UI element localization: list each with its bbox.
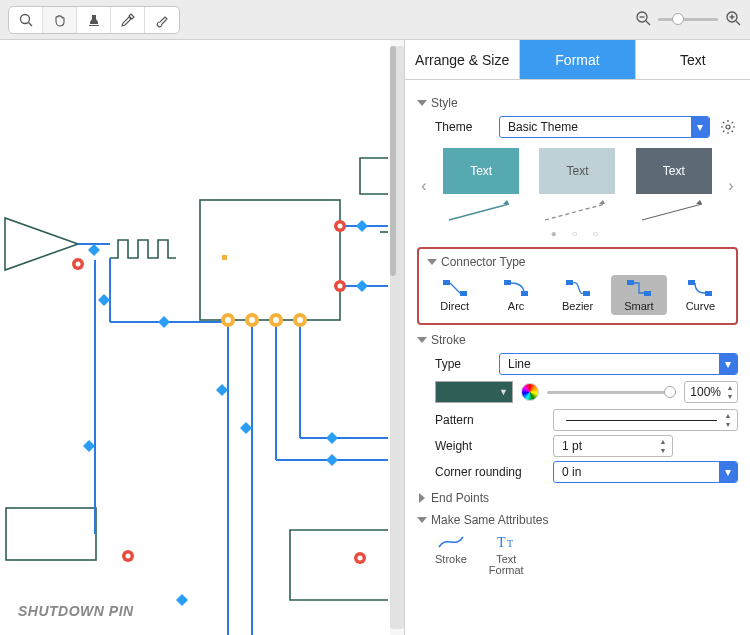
section-connector-title: Connector Type [441, 255, 526, 269]
svg-point-42 [297, 317, 303, 323]
same-attr-stroke[interactable]: Stroke [435, 533, 467, 576]
svg-rect-47 [443, 280, 450, 285]
zoom-slider-thumb[interactable] [672, 13, 684, 25]
pattern-label: Pattern [435, 413, 545, 427]
stepper-up-icon[interactable]: ▲ [656, 437, 670, 446]
disclosure-triangle-icon [427, 259, 437, 265]
stroke-type-select[interactable]: Line ▾ [499, 353, 738, 375]
tab-format[interactable]: Format [520, 40, 635, 79]
inspector-panel: Arrange & Size Format Text Style Theme B… [404, 40, 750, 635]
theme-label: Theme [435, 120, 491, 134]
same-attr-stroke-label: Stroke [435, 553, 467, 565]
stepper-up-icon[interactable]: ▲ [721, 411, 735, 420]
theme-value: Basic Theme [508, 120, 578, 134]
gallery-page-dots[interactable]: ● ○ ○ [417, 228, 738, 239]
stepper-up-icon[interactable]: ▲ [724, 383, 736, 392]
gear-icon [720, 119, 736, 135]
tab-arrange-size[interactable]: Arrange & Size [405, 40, 520, 79]
svg-point-40 [273, 317, 279, 323]
stepper-down-icon[interactable]: ▼ [656, 446, 670, 455]
stepper-down-icon[interactable]: ▼ [724, 392, 736, 401]
svg-line-45 [545, 204, 605, 220]
canvas-area[interactable]: SHUTDOWN PIN [0, 40, 390, 635]
magnifier-icon [18, 12, 34, 28]
disclosure-triangle-icon [417, 337, 427, 343]
scrollbar-thumb[interactable] [390, 46, 396, 276]
section-stroke-header[interactable]: Stroke [417, 333, 738, 347]
connector-curve-icon [686, 278, 714, 298]
theme-settings-button[interactable] [718, 117, 738, 137]
opacity-value: 100% [690, 385, 721, 399]
tool-group-canvas [8, 6, 180, 34]
tool-zoom[interactable] [9, 7, 43, 33]
chevron-down-icon: ▼ [499, 387, 508, 397]
svg-point-26 [76, 262, 81, 267]
connector-smart-label: Smart [624, 300, 653, 312]
connector-bezier[interactable]: Bezier [550, 275, 605, 315]
gallery-prev-button[interactable]: ‹ [417, 177, 431, 195]
theme-select[interactable]: Basic Theme ▾ [499, 116, 710, 138]
section-same-attr-header[interactable]: Make Same Attributes [417, 513, 738, 527]
tool-pan[interactable] [43, 7, 77, 33]
connector-bezier-icon [564, 278, 592, 298]
color-wheel-button[interactable] [521, 383, 539, 401]
opacity-input[interactable]: 100% ▲▼ [684, 381, 738, 403]
zoom-in-button[interactable] [724, 9, 742, 30]
svg-rect-57 [705, 291, 712, 296]
canvas-scrollbar[interactable] [390, 40, 404, 635]
section-stroke-title: Stroke [431, 333, 466, 347]
svg-line-46 [642, 204, 702, 220]
style-card-3[interactable]: Text [636, 148, 712, 194]
svg-point-36 [225, 317, 231, 323]
zoom-out-icon [634, 9, 652, 27]
style-card-1[interactable]: Text [443, 148, 519, 194]
brush-icon [154, 12, 170, 28]
tab-text[interactable]: Text [636, 40, 750, 79]
svg-point-34 [358, 556, 363, 561]
connector-direct-label: Direct [440, 300, 469, 312]
style-arrow-2 [539, 198, 615, 224]
svg-point-0 [20, 14, 29, 23]
weight-value: 1 pt [562, 439, 582, 453]
section-endpoints-header[interactable]: End Points [417, 491, 738, 505]
corner-rounding-label: Corner rounding [435, 465, 545, 479]
stepper-down-icon[interactable]: ▼ [721, 420, 735, 429]
style-gallery: ‹ Text Text Text › [417, 148, 738, 224]
svg-point-38 [249, 317, 255, 323]
corner-rounding-select[interactable]: 0 in ▾ [553, 461, 738, 483]
connector-direct[interactable]: Direct [427, 275, 482, 315]
hand-icon [52, 12, 68, 28]
opacity-slider[interactable] [547, 391, 676, 394]
gallery-next-button[interactable]: › [724, 177, 738, 195]
style-arrow-1 [443, 198, 519, 224]
disclosure-triangle-icon [419, 493, 425, 503]
svg-rect-51 [521, 291, 528, 296]
svg-point-30 [338, 284, 343, 289]
same-attr-textformat[interactable]: TT Text Format [489, 533, 524, 576]
diagram-content [0, 40, 390, 635]
opacity-slider-thumb[interactable] [664, 386, 676, 398]
section-endpoints-title: End Points [431, 491, 489, 505]
top-toolbar [0, 0, 750, 40]
tool-eyedropper[interactable] [111, 7, 145, 33]
connector-smart[interactable]: Smart [611, 275, 666, 315]
tool-brush[interactable] [145, 7, 179, 33]
connector-arc-label: Arc [508, 300, 525, 312]
svg-rect-11 [6, 508, 96, 560]
corner-rounding-value: 0 in [562, 465, 581, 479]
section-same-attr-title: Make Same Attributes [431, 513, 548, 527]
style-card-2[interactable]: Text [539, 148, 615, 194]
svg-line-49 [450, 283, 460, 293]
svg-line-44 [449, 204, 509, 220]
connector-curve[interactable]: Curve [673, 275, 728, 315]
connector-arc[interactable]: Arc [488, 275, 543, 315]
tool-stamp[interactable] [77, 7, 111, 33]
zoom-slider[interactable] [658, 18, 718, 21]
weight-input[interactable]: 1 pt ▲▼ [553, 435, 673, 457]
section-style-header[interactable]: Style [417, 96, 738, 110]
stroke-color-swatch[interactable]: ▼ [435, 381, 513, 403]
zoom-out-button[interactable] [634, 9, 652, 30]
svg-rect-53 [583, 291, 590, 296]
connector-type-section: Connector Type Direct Arc Bezier [417, 247, 738, 325]
pattern-select[interactable]: ▲▼ [553, 409, 738, 431]
